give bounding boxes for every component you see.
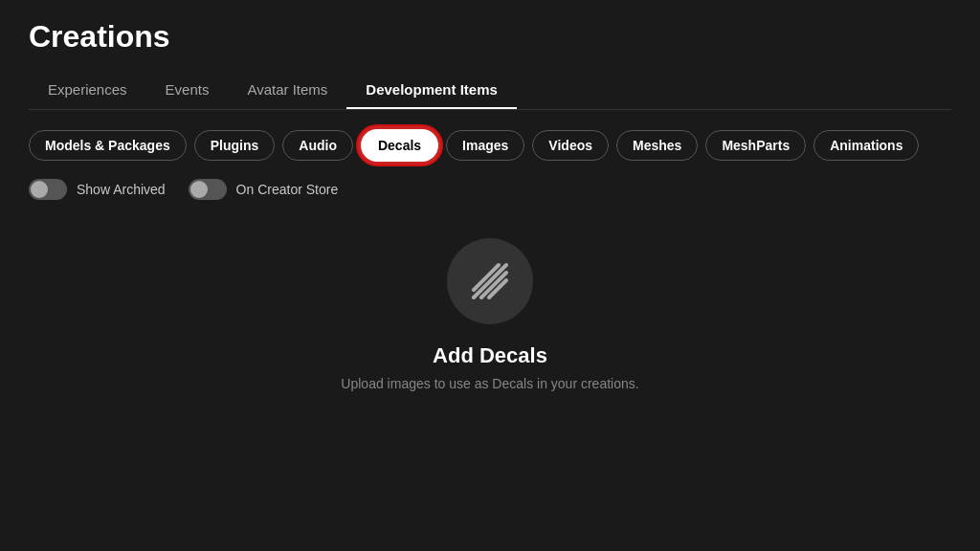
sub-tab-images[interactable]: Images	[446, 130, 524, 161]
on-creator-store-knob	[190, 181, 208, 198]
decal-icon	[466, 257, 514, 305]
sub-tab-models[interactable]: Models & Packages	[29, 130, 187, 161]
sub-tab-meshes[interactable]: Meshes	[616, 130, 698, 161]
tab-development-items[interactable]: Development Items	[346, 72, 517, 109]
tab-experiences[interactable]: Experiences	[29, 72, 146, 109]
empty-state-title: Add Decals	[433, 343, 547, 368]
empty-state-icon	[447, 238, 533, 324]
sub-tab-decals-wrapper: Decals	[361, 129, 438, 162]
empty-state-subtitle: Upload images to use as Decals in your c…	[341, 376, 638, 391]
svg-line-0	[474, 265, 506, 298]
page: Creations Experiences Events Avatar Item…	[0, 0, 980, 551]
sub-tab-plugins[interactable]: Plugins	[194, 130, 276, 161]
on-creator-store-label: On Creator Store	[236, 182, 339, 197]
sub-tab-videos[interactable]: Videos	[532, 130, 609, 161]
sub-tab-animations[interactable]: Animations	[813, 130, 919, 161]
show-archived-toggle-item: Show Archived	[29, 179, 166, 200]
show-archived-knob	[31, 181, 48, 198]
page-title: Creations	[29, 19, 951, 55]
tab-events[interactable]: Events	[146, 72, 229, 109]
empty-state: Add Decals Upload images to use as Decal…	[29, 238, 951, 391]
show-archived-toggle[interactable]	[29, 179, 67, 200]
top-tab-bar: Experiences Events Avatar Items Developm…	[29, 72, 951, 110]
on-creator-store-toggle[interactable]	[189, 179, 227, 200]
on-creator-store-toggle-item: On Creator Store	[189, 179, 339, 200]
tab-avatar-items[interactable]: Avatar Items	[228, 72, 346, 109]
toggle-row: Show Archived On Creator Store	[29, 179, 951, 200]
show-archived-label: Show Archived	[77, 182, 166, 197]
sub-tab-audio[interactable]: Audio	[282, 130, 353, 161]
sub-tab-bar: Models & Packages Plugins Audio Decals I…	[29, 129, 951, 162]
sub-tab-decals[interactable]: Decals	[361, 129, 438, 162]
sub-tab-meshparts[interactable]: MeshParts	[705, 130, 806, 161]
